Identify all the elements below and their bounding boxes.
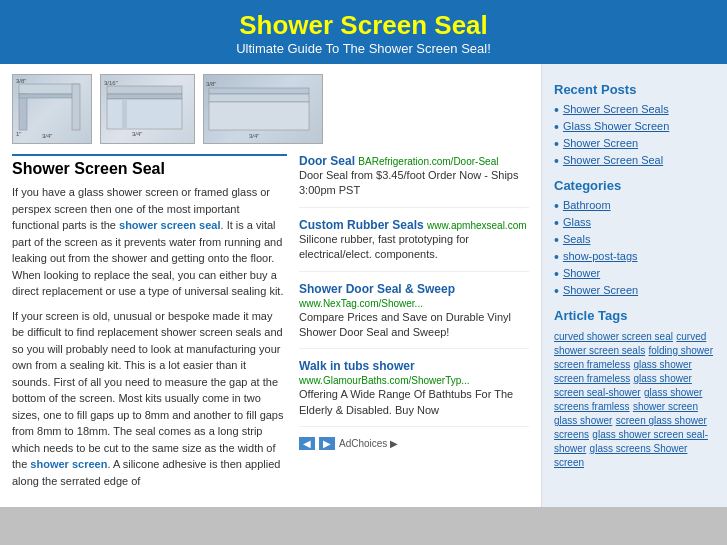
site-title[interactable]: Shower Screen Seal [0, 10, 727, 41]
ad-3-desc: Compare Prices and Save on Durable Vinyl… [299, 310, 529, 341]
ad-2-title-row: Custom Rubber Seals www.apmhexseal.com [299, 218, 529, 232]
ad-3-url: www.NexTag.com/Shower... [299, 298, 423, 309]
category-3: Seals [554, 233, 717, 247]
recent-post-4: Shower Screen Seal [554, 154, 717, 168]
categories-title: Categories [554, 178, 717, 193]
product-image-2: 3/16" 3/4" [100, 74, 195, 144]
recent-post-link-3[interactable]: Shower Screen [563, 137, 638, 149]
svg-text:3/4": 3/4" [42, 133, 52, 139]
ad-4-url: www.GlamourBaths.com/ShowerTyp... [299, 375, 470, 386]
category-link-5[interactable]: Shower [563, 267, 600, 279]
recent-post-link-2[interactable]: Glass Shower Screen [563, 120, 669, 132]
site-subtitle: Ultimate Guide To The Shower Screen Seal… [0, 41, 727, 56]
right-column: Door Seal BARefrigeration.com/Door-Seal … [299, 154, 529, 497]
category-link-1[interactable]: Bathroom [563, 199, 611, 211]
recent-post-3: Shower Screen [554, 137, 717, 151]
svg-rect-10 [122, 99, 127, 129]
recent-posts-title: Recent Posts [554, 82, 717, 97]
tag-link-1[interactable]: curved shower screen seal [554, 331, 673, 342]
ad-1-title[interactable]: Door Seal BARefrigeration.com/Door-Seal [299, 154, 529, 168]
category-5: Shower [554, 267, 717, 281]
ad-1-desc: Door Seal from $3.45/foot Order Now - Sh… [299, 168, 529, 199]
adchoices-next[interactable]: ▶ [319, 437, 335, 450]
ad-1-url: BARefrigeration.com/Door-Seal [358, 156, 498, 167]
svg-rect-2 [19, 94, 79, 98]
ad-2-url: www.apmhexseal.com [427, 220, 526, 231]
ad-2-link[interactable]: Custom Rubber Seals [299, 218, 424, 232]
recent-post-link-1[interactable]: Shower Screen Seals [563, 103, 669, 115]
product-image-1: 3/8" 1" 3/4" [12, 74, 92, 144]
svg-text:3/8": 3/8" [16, 78, 26, 84]
article-heading: Shower Screen Seal [12, 154, 287, 178]
svg-rect-15 [209, 102, 309, 130]
svg-rect-9 [107, 99, 182, 129]
ad-item-4: Walk in tubs shower www.GlamourBaths.com… [299, 359, 529, 427]
category-link-2[interactable]: Glass [563, 216, 591, 228]
svg-text:3/4": 3/4" [132, 131, 142, 137]
svg-text:3/8": 3/8" [206, 81, 216, 87]
ad-item-1: Door Seal BARefrigeration.com/Door-Seal … [299, 154, 529, 208]
recent-post-2: Glass Shower Screen [554, 120, 717, 134]
adchoices-label: AdChoices ▶ [339, 438, 398, 449]
categories-list: Bathroom Glass Seals show-post-tags Show… [554, 199, 717, 298]
shower-screen-link[interactable]: shower screen [30, 458, 107, 470]
article-tags-title: Article Tags [554, 308, 717, 323]
article-tags: curved shower screen seal curved shower … [554, 329, 717, 469]
svg-text:1": 1" [16, 131, 21, 137]
svg-rect-7 [107, 86, 182, 94]
main-content: 3/8" 1" 3/4" 3/16" 3/4" [0, 64, 542, 507]
category-6: Shower Screen [554, 284, 717, 298]
svg-text:3/16": 3/16" [104, 80, 118, 86]
ad-item-2: Custom Rubber Seals www.apmhexseal.com S… [299, 218, 529, 272]
ad-4-link[interactable]: Walk in tubs shower [299, 359, 415, 373]
recent-posts-list: Shower Screen Seals Glass Shower Screen … [554, 103, 717, 168]
svg-text:3/4": 3/4" [249, 133, 259, 139]
sidebar: Recent Posts Shower Screen Seals Glass S… [542, 64, 727, 507]
svg-rect-13 [209, 88, 309, 94]
product-images: 3/8" 1" 3/4" 3/16" 3/4" [12, 74, 529, 144]
ad-item-3: Shower Door Seal & Sweep www.NexTag.com/… [299, 282, 529, 350]
recent-post-link-4[interactable]: Shower Screen Seal [563, 154, 663, 166]
svg-rect-0 [19, 84, 79, 94]
ad-4-title-row: Walk in tubs shower www.GlamourBaths.com… [299, 359, 529, 387]
category-1: Bathroom [554, 199, 717, 213]
adchoices-prev[interactable]: ◀ [299, 437, 315, 450]
category-link-4[interactable]: show-post-tags [563, 250, 638, 262]
site-header: Shower Screen Seal Ultimate Guide To The… [0, 0, 727, 64]
recent-post-1: Shower Screen Seals [554, 103, 717, 117]
category-link-3[interactable]: Seals [563, 233, 591, 245]
svg-rect-8 [107, 94, 182, 99]
ad-3-title-row: Shower Door Seal & Sweep www.NexTag.com/… [299, 282, 529, 310]
article-paragraph-2: If your screen is old, unusual or bespok… [12, 308, 287, 490]
main-columns: Shower Screen Seal If you have a glass s… [12, 154, 529, 497]
category-4: show-post-tags [554, 250, 717, 264]
ad-1-link[interactable]: Door Seal [299, 154, 355, 168]
ad-3-link[interactable]: Shower Door Seal & Sweep [299, 282, 455, 296]
category-link-6[interactable]: Shower Screen [563, 284, 638, 296]
highlight-shower-screen-seal: shower screen seal [119, 219, 221, 231]
article-paragraph-1: If you have a glass shower screen or fra… [12, 184, 287, 300]
svg-rect-1 [19, 94, 27, 130]
svg-rect-3 [72, 84, 80, 130]
category-2: Glass [554, 216, 717, 230]
adchoices-bar: ◀ ▶ AdChoices ▶ [299, 437, 529, 450]
left-column: Shower Screen Seal If you have a glass s… [12, 154, 287, 497]
svg-rect-14 [209, 94, 309, 102]
ad-2-desc: Silicone rubber, fast prototyping for el… [299, 232, 529, 263]
ad-4-desc: Offering A Wide Range Of Bathtubs For Th… [299, 387, 529, 418]
product-image-3: 3/8" 3/4" [203, 74, 323, 144]
